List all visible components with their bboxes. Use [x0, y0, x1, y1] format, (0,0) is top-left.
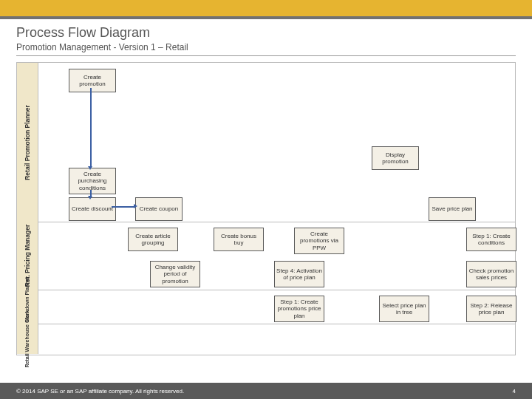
box-create-promotions-via-ppw: Create promotions via PPW: [294, 228, 344, 254]
box-create-article-grouping: Create article grouping: [128, 228, 178, 251]
box-create-bonus-buy: Create bonus buy: [214, 228, 264, 251]
brand-topbar: [0, 0, 532, 19]
page-subtitle: Promotion Management - Version 1 – Retai…: [16, 42, 516, 52]
page-title: Process Flow Diagram: [16, 25, 516, 41]
box-create-promotion: Create promotion: [69, 69, 116, 92]
box-create-discount: Create discount: [69, 197, 116, 221]
footer-page-number: 4: [513, 388, 516, 395]
box-step4-activation: Step 4: Activation of price plan: [274, 261, 324, 287]
box-step1-create-conditions: Step 1: Create conditions: [466, 228, 516, 251]
box-save-price-plan: Save price plan: [429, 197, 476, 221]
swimlane-canvas: Retail Promotion Planner Ret. Pricing Ma…: [16, 62, 516, 355]
box-create-coupon: Create coupon: [135, 197, 183, 221]
lane-label: Retail Warehouse Clerk: [25, 310, 30, 368]
box-step2-release-price-plan: Step 2: Release price plan: [466, 296, 516, 322]
box-create-purchasing-conditions: Create purchasing conditions: [69, 168, 116, 194]
lane-retail-markdown-planner: Retail Markdown Planner: [17, 290, 515, 324]
arrow-right-icon: [134, 204, 137, 208]
box-display-promotion: Display promotion: [372, 146, 419, 170]
divider: [16, 55, 516, 56]
box-step1-create-promotions-price-plan: Step 1: Create promotions price plan: [274, 296, 324, 322]
box-change-validity-period: Change validity period of promotion: [150, 261, 200, 287]
box-check-promotion-sales-prices: Check promotion sales prices: [466, 261, 516, 287]
lane-retail-warehouse-clerk: Retail Warehouse Clerk: [17, 324, 515, 354]
connector: [90, 88, 92, 168]
arrow-down-icon: [88, 196, 92, 200]
box-select-price-plan-in-tree: Select price plan in tree: [379, 296, 429, 322]
arrow-down-icon: [88, 166, 92, 170]
connector: [112, 206, 135, 208]
lane-label: Retail Promotion Planner: [24, 105, 31, 180]
lane-ret-pricing-manager: Ret. Pricing Manager: [17, 222, 515, 290]
footer-copyright: © 2014 SAP SE or an SAP affiliate compan…: [16, 388, 184, 395]
footer-bar: © 2014 SAP SE or an SAP affiliate compan…: [0, 383, 532, 399]
